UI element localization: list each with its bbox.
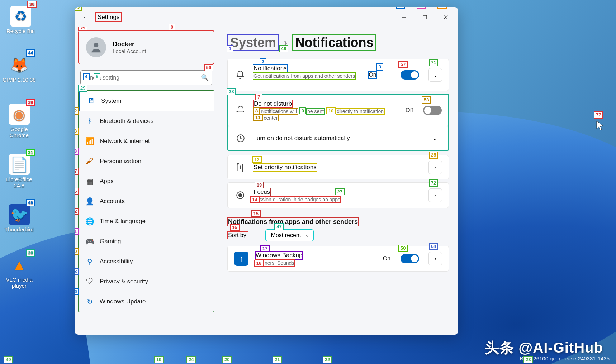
desktop-icon-gimp-2-10-38[interactable]: 44 🦊GIMP 2.10.38 xyxy=(2,54,36,83)
card-focus[interactable]: Focus 13 Session duration, hide badges o… xyxy=(227,182,449,208)
sort-row: Sort by: 16 Most recent 47 xyxy=(227,229,449,241)
dnd-state: Off xyxy=(406,107,413,114)
auto-dnd-expand[interactable]: ⌄ xyxy=(428,131,442,145)
backup-app-icon: ↑ xyxy=(234,252,248,266)
svg-point-9 xyxy=(239,194,242,197)
titlebar: ← 73 Settings 0 58 60 74 xyxy=(75,7,458,27)
auto-dnd-title: Turn on do not disturb automatically xyxy=(253,135,350,142)
dnd-group: 28 Do not disturb 7 8Notifications will … xyxy=(227,94,449,151)
sidebar-item-network-internet[interactable]: 33📶Network & internet xyxy=(79,131,214,151)
sidebar-item-label: System xyxy=(101,97,122,105)
main-content: System 1 › Notifications 48 Notification… xyxy=(218,27,458,335)
desktop-icon-google-chrome[interactable]: 39 ◉Google Chrome xyxy=(2,104,36,138)
window-title: Settings xyxy=(95,12,122,22)
card-dnd[interactable]: Do not disturb 7 8Notifications will 9be… xyxy=(228,95,448,126)
breadcrumb-top[interactable]: System xyxy=(227,34,279,51)
sidebar: 34 Docker Local Account 4 5 🔍56 29 🖥Syst… xyxy=(75,27,218,335)
apps-icon: ▦ xyxy=(85,177,94,186)
desktop-icon-thunderbird[interactable]: 45 🐦Thunderbird xyxy=(2,204,36,233)
backup-title: Windows Backup xyxy=(255,251,303,260)
sort-select[interactable]: Most recent xyxy=(265,229,314,241)
priority-title: Set priority notifications xyxy=(253,163,317,172)
desktop-icon-vlc-media-player[interactable]: 30 ▲VLC media player xyxy=(2,254,36,289)
backup-toggle[interactable]: 50 xyxy=(401,254,419,263)
user-name: Docker xyxy=(113,40,146,48)
notif-sub: Get notifications from apps and other se… xyxy=(253,72,356,80)
windows-update-icon: ↻ xyxy=(85,297,94,306)
privacy-security-icon: 🛡 xyxy=(85,277,94,286)
annot-23: 23 xyxy=(523,356,533,363)
focus-title: Focus xyxy=(253,188,271,196)
sidebar-item-windows-update[interactable]: 46↻Windows Update xyxy=(79,292,214,312)
sidebar-item-time-language[interactable]: 42🌐Time & language xyxy=(79,211,214,231)
svg-point-4 xyxy=(94,43,99,47)
desktop-icon-libreoffice-24-8[interactable]: 31 📄LibreOffice 24.8 xyxy=(2,154,36,188)
sidebar-item-label: Windows Update xyxy=(100,298,146,305)
bell-icon xyxy=(234,69,246,81)
clock-icon xyxy=(234,132,247,144)
sidebar-item-gaming[interactable]: 41🎮Gaming xyxy=(79,231,214,252)
card-auto-dnd[interactable]: Turn on do not disturb automatically ⌄ xyxy=(228,126,448,150)
focus-expand[interactable]: ›72 xyxy=(428,188,442,202)
bluetooth-devices-icon: ᚼ xyxy=(85,117,94,125)
sidebar-item-personalization[interactable]: 38🖌Personalization xyxy=(79,151,214,171)
sidebar-item-privacy-security[interactable]: 43🛡Privacy & security xyxy=(79,272,214,292)
sidebar-item-apps[interactable]: 37▦Apps xyxy=(79,171,214,191)
back-button[interactable]: ← 73 xyxy=(78,11,94,24)
dnd-sub: 8Notifications will 9be sent 10directly … xyxy=(253,109,385,121)
focus-icon xyxy=(234,189,246,201)
priority-expand[interactable]: ›25 xyxy=(428,161,442,174)
sidebar-item-label: Apps xyxy=(100,178,114,185)
card-priority[interactable]: Set priority notifications 12 ›25 xyxy=(227,155,449,179)
gaming-icon: 🎮 xyxy=(85,237,94,246)
svg-point-7 xyxy=(242,170,243,171)
sidebar-item-bluetooth-devices[interactable]: 32ᚼBluetooth & devices xyxy=(79,111,214,131)
avatar-icon xyxy=(86,37,106,57)
system-icon: 🖥 xyxy=(87,97,95,105)
annot-19: 19 xyxy=(154,356,164,363)
maximize-button[interactable]: 60 xyxy=(414,9,435,25)
search-box[interactable]: 4 5 🔍56 xyxy=(80,70,212,85)
dnd-title: Do not disturb xyxy=(253,100,293,108)
sidebar-item-label: Network & internet xyxy=(100,138,150,145)
backup-expand[interactable]: ›64 xyxy=(428,252,442,265)
annot-0: 0 xyxy=(169,24,175,31)
dnd-toggle[interactable]: 53 xyxy=(423,106,442,115)
notif-state: On xyxy=(368,71,377,79)
annot-73: 73 xyxy=(75,7,82,11)
network-internet-icon: 📶 xyxy=(85,137,94,145)
watermark: 头条 @AI-GitHub xyxy=(485,338,603,358)
sidebar-item-accessibility[interactable]: 40⚲Accessibility xyxy=(79,252,214,272)
accounts-icon: 👤 xyxy=(85,197,94,206)
mouse-cursor: 77 xyxy=(596,120,605,132)
user-card[interactable]: 34 Docker Local Account xyxy=(78,30,214,64)
notif-toggle[interactable]: 57 xyxy=(401,70,419,80)
section-title: Notifications from apps and other sender… xyxy=(227,217,359,226)
sidebar-item-label: Gaming xyxy=(100,238,121,245)
sidebar-item-accounts[interactable]: 35👤Accounts xyxy=(79,191,214,211)
breadcrumb: System 1 › Notifications 48 xyxy=(227,34,449,51)
search-button[interactable]: 🔍56 xyxy=(198,71,212,85)
time-language-icon: 🌐 xyxy=(85,217,94,226)
personalization-icon: 🖌 xyxy=(85,157,94,166)
backup-state: On xyxy=(383,255,390,262)
annot-21: 21 xyxy=(273,356,282,363)
breadcrumb-current: Notifications xyxy=(292,34,376,51)
card-notifications[interactable]: Notifications 2 Get notifications from a… xyxy=(227,59,449,91)
accessibility-icon: ⚲ xyxy=(85,257,94,266)
annot-22: 22 xyxy=(323,356,332,363)
close-button[interactable]: 74 xyxy=(435,9,456,25)
sidebar-item-label: Personalization xyxy=(100,158,141,165)
notif-title: Notifications xyxy=(253,64,288,73)
desktop-icon-recycle-bin[interactable]: 36 ♻Recycle Bin xyxy=(4,6,38,34)
card-app-backup[interactable]: ↑ Windows Backup 17 Banners, Sounds 18 O… xyxy=(227,246,449,272)
settings-window: ← 73 Settings 0 58 60 74 34 Docker Local… xyxy=(75,7,458,335)
minimize-button[interactable]: 58 xyxy=(394,9,414,25)
svg-rect-1 xyxy=(423,15,427,19)
annot-20: 20 xyxy=(222,356,232,363)
sidebar-item-label: Accounts xyxy=(100,198,125,205)
arrow-left-icon: ← xyxy=(82,13,90,21)
user-sub: Local Account xyxy=(113,48,146,54)
notif-expand[interactable]: ⌄71 xyxy=(428,68,442,82)
sidebar-item-system[interactable]: 🖥System xyxy=(79,91,214,111)
